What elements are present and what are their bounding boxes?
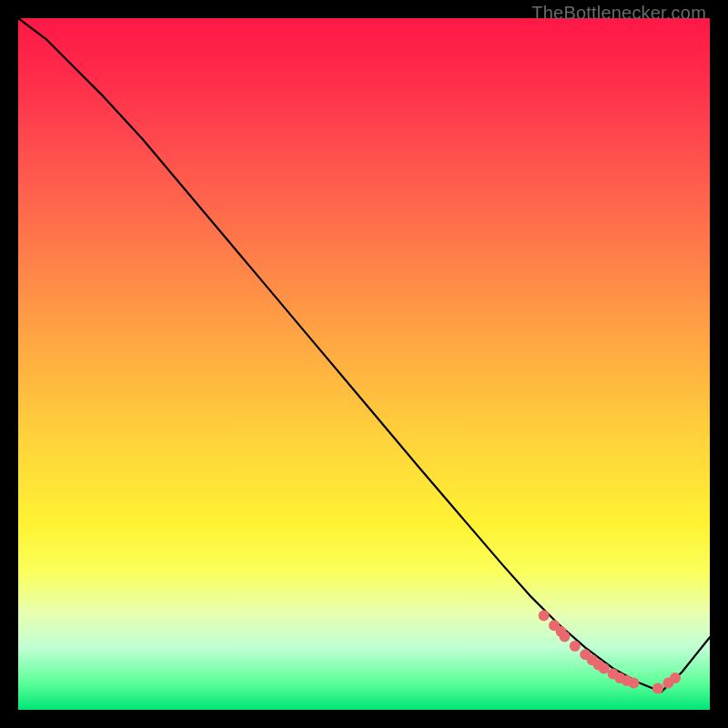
scatter-point xyxy=(652,682,663,693)
scatter-point xyxy=(599,662,610,673)
bottleneck-curve xyxy=(18,18,710,692)
scatter-point xyxy=(670,672,681,683)
scatter-group xyxy=(539,611,681,694)
scatter-point xyxy=(559,631,570,642)
scatter-point xyxy=(628,677,639,688)
chart-svg xyxy=(18,18,710,710)
scatter-point xyxy=(539,611,550,622)
scatter-point xyxy=(570,641,581,652)
